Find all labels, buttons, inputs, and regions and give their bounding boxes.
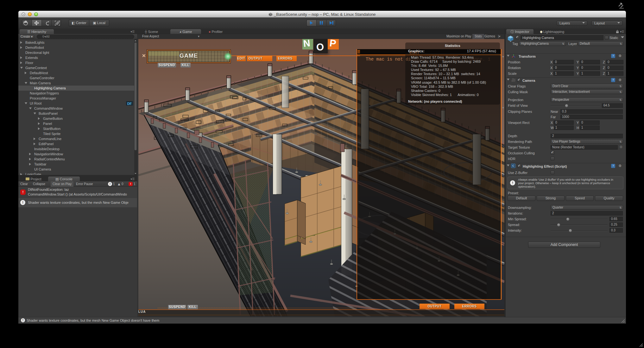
- svg-text:The mac is not di: The mac is not di: [366, 57, 411, 62]
